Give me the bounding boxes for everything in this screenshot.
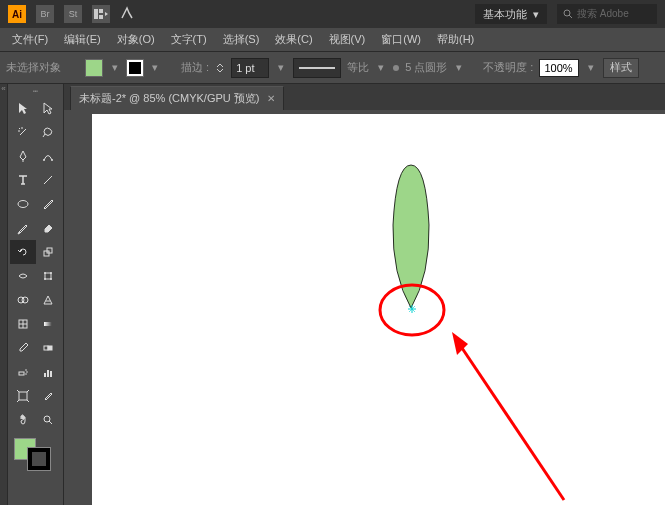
document-tab[interactable]: 未标题-2* @ 85% (CMYK/GPU 预览) ✕ [70, 86, 284, 110]
pencil-tool[interactable] [10, 216, 36, 240]
work-area: « ┅ [0, 84, 665, 505]
slice-tool[interactable] [36, 384, 62, 408]
stroke-weight-dropdown-icon[interactable]: ▾ [275, 61, 287, 74]
svg-line-33 [49, 421, 52, 424]
selection-tool[interactable] [10, 96, 36, 120]
uniform-label: 等比 [347, 60, 369, 75]
paintbrush-tool[interactable] [36, 192, 62, 216]
blend-tool[interactable] [36, 336, 62, 360]
toolbox-grip-icon[interactable]: ┅ [10, 86, 61, 96]
stroke-dropdown-icon[interactable]: ▾ [149, 61, 161, 74]
panel-collapse-strip[interactable]: « [0, 84, 8, 505]
mesh-tool[interactable] [10, 312, 36, 336]
menu-type[interactable]: 文字(T) [163, 28, 215, 52]
opacity-input[interactable]: 100% [539, 59, 579, 77]
width-tool[interactable] [10, 264, 36, 288]
svg-point-8 [18, 201, 28, 208]
arrange-documents-icon[interactable] [92, 5, 110, 23]
svg-point-27 [25, 373, 27, 375]
gradient-tool[interactable] [36, 312, 62, 336]
svg-line-38 [462, 348, 564, 500]
menu-help[interactable]: 帮助(H) [429, 28, 482, 52]
color-well [14, 438, 57, 472]
profile-dot-icon [393, 65, 399, 71]
style-button[interactable]: 样式 [603, 58, 639, 78]
eraser-tool[interactable] [36, 216, 62, 240]
svg-line-4 [569, 15, 572, 18]
selection-status: 未选择对象 [6, 60, 61, 75]
svg-rect-29 [47, 370, 49, 377]
rotate-tool[interactable] [10, 240, 36, 264]
svg-point-5 [43, 159, 45, 161]
document-area: 未标题-2* @ 85% (CMYK/GPU 预览) ✕ [64, 84, 665, 505]
svg-point-12 [44, 272, 46, 274]
direct-selection-tool[interactable] [36, 96, 62, 120]
symbol-sprayer-tool[interactable] [10, 360, 36, 384]
stroke-color-box[interactable] [28, 448, 50, 470]
search-input[interactable]: 搜索 Adobe [557, 4, 657, 24]
hand-tool[interactable] [10, 408, 36, 432]
fill-swatch[interactable] [85, 59, 103, 77]
svg-rect-11 [45, 273, 51, 279]
type-tool[interactable] [10, 168, 36, 192]
zoom-tool[interactable] [36, 408, 62, 432]
menu-view[interactable]: 视图(V) [321, 28, 374, 52]
svg-rect-30 [50, 371, 52, 377]
shape-builder-tool[interactable] [10, 288, 36, 312]
search-placeholder: 搜索 Adobe [577, 7, 629, 21]
lasso-tool[interactable] [36, 120, 62, 144]
search-icon [563, 9, 573, 19]
perspective-tool[interactable] [36, 288, 62, 312]
curvature-tool[interactable] [36, 144, 62, 168]
toolbox: ┅ [8, 84, 64, 505]
annotation-arrow [452, 332, 564, 500]
scale-tool[interactable] [36, 240, 62, 264]
svg-rect-21 [44, 322, 52, 326]
workspace-label: 基本功能 [483, 7, 527, 22]
svg-point-14 [44, 278, 46, 280]
stroke-style-preview[interactable] [293, 58, 341, 78]
profile-dropdown-icon[interactable]: ▾ [453, 61, 465, 74]
menu-window[interactable]: 窗口(W) [373, 28, 429, 52]
eyedropper-tool[interactable] [10, 336, 36, 360]
workspace-switcher[interactable]: 基本功能 ▾ [475, 4, 547, 24]
menu-select[interactable]: 选择(S) [215, 28, 268, 52]
opacity-dropdown-icon[interactable]: ▾ [585, 61, 597, 74]
artwork-overlay [64, 110, 664, 505]
stock-icon[interactable]: St [64, 5, 82, 23]
close-tab-icon[interactable]: ✕ [267, 93, 275, 104]
app-topbar: Ai Br St 基本功能 ▾ 搜索 Adobe [0, 0, 665, 28]
bridge-icon[interactable]: Br [36, 5, 54, 23]
menu-object[interactable]: 对象(O) [109, 28, 163, 52]
menu-bar: 文件(F) 编辑(E) 对象(O) 文字(T) 选择(S) 效果(C) 视图(V… [0, 28, 665, 52]
stroke-swatch[interactable] [127, 60, 143, 76]
canvas[interactable] [64, 110, 665, 505]
magic-wand-tool[interactable] [10, 120, 36, 144]
line-tool[interactable] [36, 168, 62, 192]
artboard-tool[interactable] [10, 384, 36, 408]
menu-file[interactable]: 文件(F) [4, 28, 56, 52]
svg-rect-31 [19, 392, 27, 400]
ellipse-tool[interactable] [10, 192, 36, 216]
rotation-center-marker [408, 305, 416, 313]
pen-tool[interactable] [10, 144, 36, 168]
document-tab-title: 未标题-2* @ 85% (CMYK/GPU 预览) [79, 91, 259, 106]
svg-rect-23 [48, 346, 52, 350]
svg-point-25 [25, 369, 27, 371]
uniform-dropdown-icon[interactable]: ▾ [375, 61, 387, 74]
gpu-perf-icon[interactable] [120, 6, 134, 22]
stroke-weight-down-icon[interactable] [215, 68, 225, 74]
menu-effect[interactable]: 效果(C) [267, 28, 320, 52]
collapse-chevron-icon: « [0, 84, 7, 96]
svg-point-15 [50, 278, 52, 280]
menu-edit[interactable]: 编辑(E) [56, 28, 109, 52]
free-transform-tool[interactable] [36, 264, 62, 288]
svg-point-26 [26, 371, 28, 373]
svg-point-6 [51, 159, 53, 161]
column-graph-tool[interactable] [36, 360, 62, 384]
svg-line-7 [44, 176, 52, 184]
document-tab-strip: 未标题-2* @ 85% (CMYK/GPU 预览) ✕ [64, 84, 665, 110]
stroke-weight-input[interactable]: 1 pt [231, 58, 269, 78]
svg-rect-1 [99, 9, 103, 13]
fill-dropdown-icon[interactable]: ▾ [109, 61, 121, 74]
